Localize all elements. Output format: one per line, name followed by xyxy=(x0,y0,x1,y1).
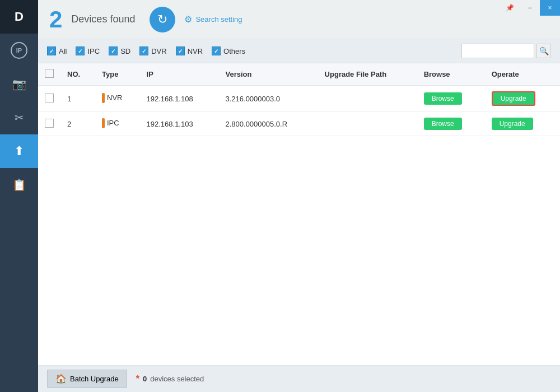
sidebar-item-upgrade[interactable]: ⬆ xyxy=(0,134,38,168)
asterisk: * xyxy=(136,374,139,384)
col-type: Type xyxy=(95,63,140,86)
upgrade-button[interactable]: Upgrade xyxy=(492,118,533,130)
row-no: 1 xyxy=(60,86,95,112)
row-select-checkbox[interactable] xyxy=(45,119,54,128)
search-area: 🔍 xyxy=(461,44,551,58)
selected-info: * 0 devices selected xyxy=(136,374,204,384)
filter-sd[interactable]: SD xyxy=(109,46,130,55)
table-row: 1 NVR 192.168.1.108 3.216.0000003.0 Brow… xyxy=(38,86,560,112)
filter-others-checkbox[interactable] xyxy=(212,46,221,55)
row-ip: 192.168.1.108 xyxy=(140,86,219,112)
select-all-checkbox[interactable] xyxy=(45,69,54,78)
devices-found-label: Devices found xyxy=(71,13,135,25)
sidebar-item-tools[interactable]: ✂ xyxy=(0,101,38,134)
log-icon: 📋 xyxy=(12,178,26,192)
row-browse-cell: Browse xyxy=(417,86,485,112)
filter-nvr-label: NVR xyxy=(188,47,203,55)
filter-ipc-label: IPC xyxy=(87,47,100,55)
type-label: NVR xyxy=(107,94,122,102)
browse-button[interactable]: Browse xyxy=(424,92,462,105)
filter-all-checkbox[interactable] xyxy=(47,46,56,55)
search-icon: 🔍 xyxy=(539,46,549,55)
sidebar: D IP 📷 ✂ ⬆ 📋 xyxy=(0,0,38,392)
table-header-row: NO. Type IP Version Upgrade File Path Br… xyxy=(38,63,560,86)
row-type: NVR xyxy=(95,86,140,112)
refresh-button[interactable]: ↻ xyxy=(150,7,175,32)
batch-upgrade-button[interactable]: 🏠 Batch Upgrade xyxy=(47,370,127,388)
tools-icon: ✂ xyxy=(15,111,24,124)
type-dot xyxy=(102,93,105,103)
filter-ipc-checkbox[interactable] xyxy=(76,46,85,55)
row-checkbox-cell xyxy=(38,86,60,112)
col-no: NO. xyxy=(60,63,95,86)
devices-selected-label: devices selected xyxy=(150,375,204,383)
filter-sd-checkbox[interactable] xyxy=(109,46,118,55)
filter-ipc[interactable]: IPC xyxy=(76,46,100,55)
col-upgrade-path: Upgrade File Path xyxy=(318,63,417,86)
row-upgrade-path xyxy=(318,86,417,112)
sidebar-item-ip[interactable]: IP xyxy=(0,34,38,67)
minimize-button[interactable]: − xyxy=(520,0,540,16)
device-count: 2 xyxy=(49,8,62,31)
row-upgrade-path xyxy=(318,112,417,136)
filter-nvr[interactable]: NVR xyxy=(176,46,203,55)
camera-icon: 📷 xyxy=(12,77,26,91)
close-icon: × xyxy=(548,4,552,12)
filter-dvr-label: DVR xyxy=(151,47,166,55)
filter-all-label: All xyxy=(59,47,67,55)
topbar: 2 Devices found ↻ ⚙ Search setting xyxy=(38,0,560,39)
gear-icon: ⚙ xyxy=(184,14,192,25)
refresh-icon: ↻ xyxy=(157,12,167,27)
row-checkbox-cell xyxy=(38,112,60,136)
type-dot xyxy=(102,118,105,128)
close-button[interactable]: × xyxy=(540,0,560,16)
table-row: 2 IPC 192.168.1.103 2.800.0000005.0.R Br… xyxy=(38,112,560,136)
sidebar-item-camera[interactable]: 📷 xyxy=(0,67,38,101)
row-operate-cell: Upgrade xyxy=(485,112,560,136)
selected-count: 0 xyxy=(143,375,147,383)
filter-dvr-checkbox[interactable] xyxy=(139,46,148,55)
col-operate: Operate xyxy=(485,63,560,86)
filter-bar: All IPC SD DVR NVR Others 🔍 xyxy=(38,39,560,63)
device-table: NO. Type IP Version Upgrade File Path Br… xyxy=(38,63,560,136)
row-select-checkbox[interactable] xyxy=(45,94,54,102)
pin-button[interactable]: 📌 xyxy=(500,0,520,16)
upgrade-button[interactable]: Upgrade xyxy=(492,91,535,106)
filter-all[interactable]: All xyxy=(47,46,67,55)
browse-button[interactable]: Browse xyxy=(424,118,462,130)
row-version: 3.216.0000003.0 xyxy=(219,86,318,112)
window-controls: 📌 − × xyxy=(500,0,560,16)
batch-upload-icon: 🏠 xyxy=(55,374,67,384)
filter-others-label: Others xyxy=(223,47,245,55)
filter-sd-label: SD xyxy=(120,47,130,55)
pin-icon: 📌 xyxy=(506,4,514,12)
filter-nvr-checkbox[interactable] xyxy=(176,46,185,55)
filter-dvr[interactable]: DVR xyxy=(139,46,166,55)
row-browse-cell: Browse xyxy=(417,112,485,136)
row-type: IPC xyxy=(95,112,140,136)
row-ip: 192.168.1.103 xyxy=(140,112,219,136)
search-input[interactable] xyxy=(461,44,534,58)
type-label: IPC xyxy=(107,119,119,127)
batch-upgrade-label: Batch Upgrade xyxy=(70,375,119,383)
search-setting-button[interactable]: ⚙ Search setting xyxy=(184,14,242,25)
col-browse: Browse xyxy=(417,63,485,86)
main-content: 2 Devices found ↻ ⚙ Search setting All I… xyxy=(38,0,560,392)
search-setting-label: Search setting xyxy=(195,15,242,24)
col-ip: IP xyxy=(140,63,219,86)
ip-icon: IP xyxy=(11,42,27,59)
upgrade-icon: ⬆ xyxy=(14,144,24,158)
bottom-bar: 🏠 Batch Upgrade * 0 devices selected xyxy=(38,365,560,392)
row-no: 2 xyxy=(60,112,95,136)
filter-others[interactable]: Others xyxy=(212,46,245,55)
col-checkbox xyxy=(38,63,60,86)
col-version: Version xyxy=(219,63,318,86)
search-button[interactable]: 🔍 xyxy=(536,44,551,58)
app-logo: D xyxy=(0,0,38,34)
minimize-icon: − xyxy=(528,4,531,12)
row-operate-cell: Upgrade xyxy=(485,86,560,112)
row-version: 2.800.0000005.0.R xyxy=(219,112,318,136)
sidebar-item-log[interactable]: 📋 xyxy=(0,168,38,202)
device-table-area: NO. Type IP Version Upgrade File Path Br… xyxy=(38,63,560,365)
